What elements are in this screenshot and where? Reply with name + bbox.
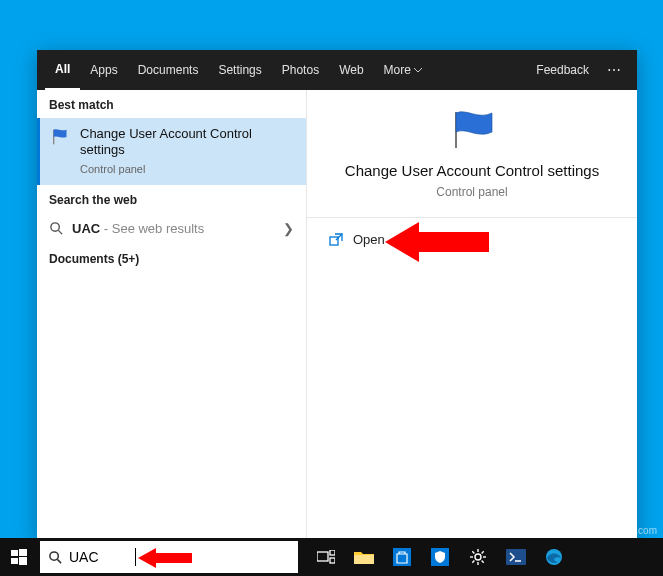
best-match-result[interactable]: Change User Account Control settings Con… [37,118,306,185]
svg-rect-12 [317,552,328,561]
more-options-button[interactable]: ⋯ [599,62,629,78]
results-list: Best match Change User Account Control s… [37,90,307,538]
powershell-button[interactable] [498,538,534,576]
annotation-arrow [138,547,194,569]
web-result-hint: - See web results [100,221,204,236]
watermark: wsxdn.com [607,525,657,536]
task-view-icon [317,550,335,564]
svg-rect-14 [330,558,335,563]
taskbar-search-input[interactable] [69,549,129,565]
terminal-icon [506,549,526,565]
taskbar [0,538,663,576]
security-button[interactable] [422,538,458,576]
chevron-down-icon [414,68,422,73]
shield-icon [431,548,449,566]
svg-rect-2 [330,237,338,245]
tab-settings[interactable]: Settings [208,50,271,90]
documents-heading: Documents (5+) [37,244,306,272]
search-icon [49,221,64,236]
edge-button[interactable] [536,538,572,576]
svg-rect-27 [506,549,526,565]
web-result[interactable]: UAC - See web results ❯ [37,213,306,244]
tab-apps[interactable]: Apps [80,50,127,90]
svg-point-0 [51,222,59,230]
svg-rect-7 [11,558,18,564]
open-action-label: Open [353,232,385,247]
svg-line-24 [482,561,484,563]
tab-documents[interactable]: Documents [128,50,209,90]
svg-rect-15 [354,555,374,564]
search-tabs: All Apps Documents Settings Photos Web M… [37,50,637,90]
svg-line-10 [57,559,61,563]
svg-marker-4 [385,222,489,262]
open-external-icon [329,233,343,247]
svg-line-26 [482,551,484,553]
result-detail-pane: Change User Account Control settings Con… [307,90,637,538]
folder-icon [354,549,374,565]
svg-rect-13 [330,550,335,555]
tab-more-label: More [384,63,411,77]
detail-title: Change User Account Control settings [325,162,619,179]
open-action[interactable]: Open [307,218,637,261]
svg-point-18 [475,554,481,560]
svg-line-25 [472,561,474,563]
start-button[interactable] [0,538,38,576]
windows-logo-icon [11,549,27,565]
svg-line-23 [472,551,474,553]
best-match-heading: Best match [37,90,306,118]
search-web-heading: Search the web [37,185,306,213]
uac-shield-flag-icon [50,126,72,148]
search-icon [48,550,63,565]
file-explorer-button[interactable] [346,538,382,576]
svg-rect-5 [11,550,18,556]
tab-web[interactable]: Web [329,50,373,90]
taskbar-search-box[interactable] [40,541,298,573]
gear-icon [469,548,487,566]
svg-rect-6 [19,549,27,556]
search-results-panel: All Apps Documents Settings Photos Web M… [37,50,637,538]
edge-icon [545,548,563,566]
annotation-arrow [385,220,495,264]
task-view-button[interactable] [308,538,344,576]
feedback-button[interactable]: Feedback [526,50,599,90]
best-match-subtitle: Control panel [80,163,296,175]
chevron-right-icon: ❯ [283,221,294,236]
web-result-query: UAC [72,221,100,236]
store-icon [393,548,411,566]
tab-all[interactable]: All [45,50,80,90]
text-caret [135,548,136,566]
svg-line-1 [58,230,62,234]
microsoft-store-button[interactable] [384,538,420,576]
settings-button[interactable] [460,538,496,576]
tab-photos[interactable]: Photos [272,50,329,90]
svg-point-9 [50,551,58,559]
best-match-title: Change User Account Control settings [80,126,296,159]
svg-marker-11 [138,548,192,568]
taskbar-pinned-apps [308,538,572,576]
svg-rect-8 [19,557,27,565]
tab-more[interactable]: More [374,50,432,90]
uac-shield-flag-icon [446,108,498,150]
detail-subtitle: Control panel [436,185,507,199]
